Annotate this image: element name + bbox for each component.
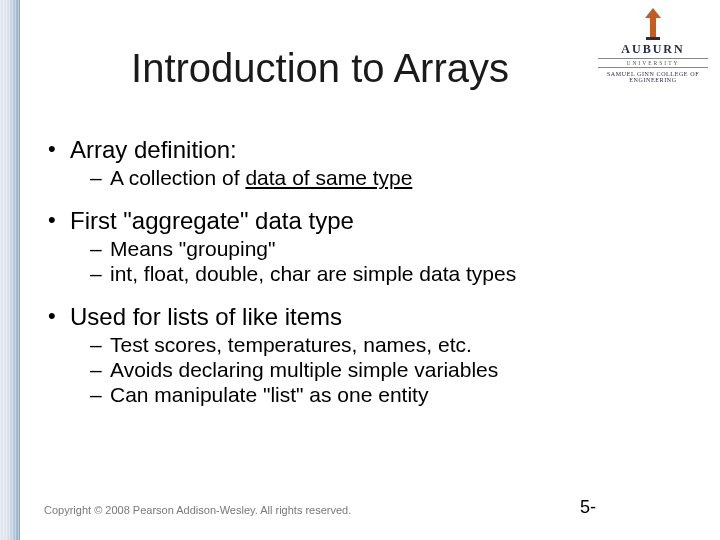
- bullet-text: Array definition:: [70, 136, 237, 163]
- slide-left-accent-stripe: [0, 0, 20, 540]
- copyright-footer: Copyright © 2008 Pearson Addison-Wesley.…: [44, 504, 351, 516]
- bullet-aggregate: First "aggregate" data type Means "group…: [44, 207, 690, 287]
- auburn-logo: AUBURN UNIVERSITY SAMUEL GINN COLLEGE OF…: [598, 8, 708, 83]
- subbullet-simple-types: int, float, double, char are simple data…: [90, 262, 690, 287]
- subbullet-avoids: Avoids declaring multiple simple variabl…: [90, 358, 690, 383]
- subbullet-text-a: A collection of: [110, 166, 245, 189]
- bullet-text: First "aggregate" data type: [70, 207, 354, 234]
- bullet-array-definition: Array definition: A collection of data o…: [44, 136, 690, 191]
- logo-university-word: UNIVERSITY: [598, 58, 708, 68]
- subbullet-manipulate: Can manipulate "list" as one entity: [90, 383, 690, 408]
- slide-body: Array definition: A collection of data o…: [44, 136, 690, 424]
- subbullet-test-scores: Test scores, temperatures, names, etc.: [90, 333, 690, 358]
- subbullet-collection: A collection of data of same type: [90, 166, 690, 191]
- auburn-tower-icon: [641, 8, 665, 40]
- logo-college-name: SAMUEL GINN COLLEGE OF ENGINEERING: [598, 71, 708, 83]
- subbullet-grouping: Means "grouping": [90, 237, 690, 262]
- bullet-used-for-lists: Used for lists of like items Test scores…: [44, 303, 690, 408]
- subbullet-text-b-underlined: data of same type: [245, 166, 412, 189]
- slide-title: Introduction to Arrays: [60, 46, 580, 91]
- logo-university-name: AUBURN: [598, 42, 708, 57]
- page-number: 5-: [580, 497, 596, 518]
- bullet-text: Used for lists of like items: [70, 303, 342, 330]
